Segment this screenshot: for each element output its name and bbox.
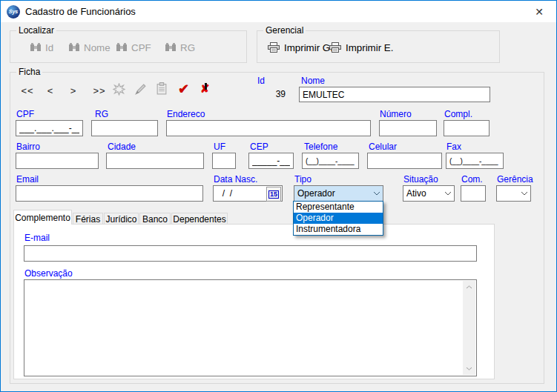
tipo-option-representante[interactable]: Representante [294, 202, 383, 213]
situacao-label: Situação [403, 175, 438, 185]
tipo-option-instrumentadora[interactable]: Instrumentadora [294, 224, 383, 235]
tab-juridico[interactable]: Jurídico [104, 213, 139, 225]
nome-label: Nome [301, 76, 325, 86]
com-label: Com. [461, 175, 483, 185]
localizar-cpf-button[interactable]: CPF [111, 39, 156, 56]
compl-field[interactable] [444, 120, 490, 136]
tab-ferias[interactable]: Férias [73, 213, 103, 225]
tabpage-complemento: E-mail Observação [13, 224, 495, 379]
binoculars-icon [30, 42, 42, 53]
imprimir-e-label: Imprimir E. [346, 42, 393, 53]
bairro-label: Bairro [16, 142, 40, 152]
data-nasc-value: / / [217, 188, 232, 199]
situacao-combobox[interactable]: Ativo [403, 185, 455, 202]
situacao-value: Ativo [406, 188, 426, 199]
calendar-icon: 15 [268, 190, 279, 199]
data-nasc-field[interactable]: / / 15 [213, 185, 283, 202]
email-label: Email [16, 175, 39, 185]
gerencia-label: Gerência [497, 175, 533, 185]
tipo-value: Operador [297, 188, 335, 199]
chevron-down-icon [442, 191, 454, 196]
endereco-field[interactable] [166, 120, 371, 136]
binoculars-icon [116, 42, 128, 53]
tab-banco[interactable]: Banco [139, 213, 171, 225]
gerencial-group-label: Gerencial [263, 25, 306, 36]
localizar-rg-label: RG [180, 42, 195, 53]
numero-field[interactable] [379, 120, 437, 136]
confirm-icon[interactable]: ✔ [178, 82, 189, 96]
observacao-textarea[interactable] [25, 281, 465, 375]
fax-label: Fax [446, 142, 461, 152]
calendar-button[interactable]: 15 [266, 187, 281, 202]
binoculars-icon [68, 42, 80, 53]
numero-label: Número [380, 110, 412, 119]
observacao-scrollbar[interactable] [463, 281, 475, 375]
window-title: Cadastro de Funcionários [25, 6, 136, 17]
celular-label: Celular [369, 142, 397, 152]
localizar-id-label: Id [45, 42, 53, 53]
fax-field[interactable] [446, 153, 504, 169]
gerencial-groupbox: Gerencial Imprimir G. Imprimir E. [257, 30, 500, 63]
close-button[interactable]: ✕ [522, 1, 556, 22]
localizar-nome-button[interactable]: Nome [64, 39, 115, 56]
tipo-combobox[interactable]: Operador [294, 185, 383, 202]
cep-field[interactable] [248, 153, 294, 169]
cpf-label: CPF [16, 110, 34, 119]
new-record-icon[interactable] [113, 83, 125, 96]
cidade-label: Cidade [108, 142, 136, 152]
tab-dependentes[interactable]: Dependentes [171, 213, 228, 225]
observacao-label: Observação [24, 269, 73, 279]
ficha-group-label: Ficha [16, 67, 42, 77]
bairro-field[interactable] [16, 153, 99, 169]
nav-last-button[interactable]: >> [89, 83, 110, 98]
nav-next-button[interactable]: > [67, 83, 80, 98]
cadastro-funcionarios-window: Sys Cadastro de Funcionários ✕ Localizar… [0, 0, 557, 392]
tab-complemento[interactable]: Complemento [13, 210, 72, 225]
uf-label: UF [214, 142, 225, 152]
telefone-field[interactable] [302, 153, 359, 169]
binoculars-icon [165, 42, 177, 53]
imprimir-e-button[interactable]: Imprimir E. [324, 39, 398, 56]
chevron-down-icon [371, 191, 383, 196]
compl-label: Compl. [444, 110, 472, 119]
printer-icon [267, 41, 280, 53]
uf-field[interactable] [212, 153, 236, 169]
endereco-label: Endereco [167, 110, 205, 119]
tipo-option-operador[interactable]: Operador [294, 213, 383, 224]
titlebar: Sys Cadastro de Funcionários ✕ [1, 1, 556, 22]
cancel-icon[interactable]: ✘ [200, 83, 210, 95]
com-field[interactable] [461, 185, 486, 202]
localizar-rg-button[interactable]: RG [160, 39, 200, 56]
localizar-nome-label: Nome [84, 42, 111, 53]
nav-first-button[interactable]: << [17, 83, 38, 98]
cpf-field[interactable] [16, 120, 83, 136]
tipo-label: Tipo [294, 175, 312, 185]
scroll-down-icon[interactable] [463, 362, 475, 375]
localizar-cpf-label: CPF [131, 42, 151, 53]
complemento-email-label: E-mail [24, 233, 50, 243]
chevron-down-icon [518, 191, 530, 196]
gerencia-combobox[interactable] [496, 185, 531, 202]
cidade-field[interactable] [106, 153, 204, 169]
localizar-groupbox: Localizar Id Nome CPF RG [10, 30, 247, 63]
ficha-groupbox: Ficha << < > >> ✔ ✘ Id 39 Nome CPF RG En… [10, 72, 544, 384]
edit-record-icon[interactable] [134, 83, 147, 96]
app-icon: Sys [7, 5, 20, 19]
printer-icon [329, 41, 342, 53]
scroll-up-icon[interactable] [463, 281, 475, 293]
nav-prev-button[interactable]: < [44, 83, 57, 98]
rg-field[interactable] [91, 120, 158, 136]
celular-field[interactable] [367, 153, 442, 169]
nome-field[interactable] [299, 87, 490, 102]
complemento-email-field[interactable] [24, 245, 477, 262]
localizar-group-label: Localizar [16, 25, 56, 36]
data-nasc-label: Data Nasc. [214, 175, 257, 185]
email-field[interactable] [16, 185, 203, 202]
telefone-label: Telefone [304, 142, 337, 152]
id-label: Id [257, 76, 265, 86]
cep-label: CEP [250, 142, 268, 152]
copy-record-icon[interactable] [156, 82, 168, 95]
tipo-dropdown-list: Representante Operador Instrumentadora [293, 201, 383, 236]
localizar-id-button[interactable]: Id [25, 39, 58, 56]
id-value: 39 [259, 89, 286, 99]
